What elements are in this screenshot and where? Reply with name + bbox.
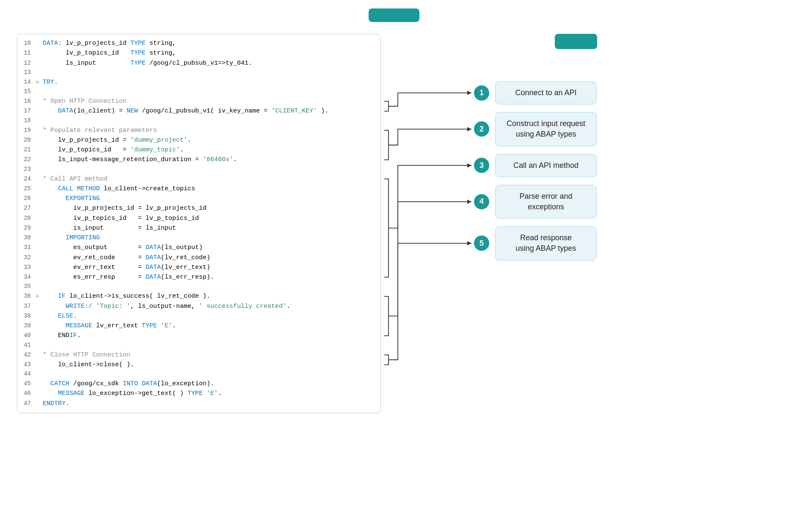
flow-item-2: 2Construct input request using ABAP type… <box>474 112 771 146</box>
code-line: 44 <box>17 370 380 379</box>
line-number: 39 <box>21 321 36 331</box>
code-text: lo_client->close( ). <box>43 360 377 370</box>
line-number: 32 <box>21 253 36 263</box>
right-panel: 1Connect to an API2Construct input reque… <box>381 34 771 462</box>
code-line: 22 ls_input-message_retention_duration =… <box>17 155 380 165</box>
code-line: 42* Close HTTP Connection <box>17 350 380 360</box>
line-number: 45 <box>21 379 36 389</box>
connector-path-5 <box>384 243 471 365</box>
flow-box-2: Construct input request using ABAP types <box>495 112 597 146</box>
sample-code-button <box>369 8 419 22</box>
line-number: 30 <box>21 233 36 243</box>
code-text: MESSAGE lv_err_text TYPE 'E'. <box>43 321 377 331</box>
flow-items: 1Connect to an API2Construct input reque… <box>474 81 771 261</box>
line-number: 34 <box>21 273 36 282</box>
code-text: WRITE:/ 'Topic: ', ls_output-name, ' suc… <box>43 302 377 311</box>
line-number: 27 <box>21 204 36 213</box>
line-icon: ⊖ <box>36 293 43 301</box>
code-text: CATCH /goog/cx_sdk INTO DATA(lo_exceptio… <box>43 379 377 389</box>
code-line: 38 ELSE. <box>17 311 380 321</box>
line-number: 17 <box>21 107 36 116</box>
flow-badge-1: 1 <box>474 85 489 101</box>
line-number: 46 <box>21 389 36 398</box>
code-text: ENDTRY. <box>43 399 377 409</box>
line-number: 28 <box>21 214 36 223</box>
code-line: 27 iv_p_projects_id = lv_p_projects_id <box>17 203 380 213</box>
connector-arrow-4 <box>467 200 471 204</box>
line-number: 33 <box>21 263 36 272</box>
flow-badge-4: 4 <box>474 194 489 209</box>
line-number: 25 <box>21 184 36 194</box>
line-number: 19 <box>21 126 36 135</box>
code-text: ls_input TYPE /goog/cl_pubsub_v1=>ty_041… <box>43 58 377 68</box>
line-number: 14 <box>21 78 36 87</box>
code-text: EXPORTING <box>43 194 377 203</box>
flow-box-3: Call an API method <box>495 154 597 177</box>
code-line: 47ENDTRY. <box>17 399 380 409</box>
code-panel: 10DATA: lv_p_projects_id TYPE string,11 … <box>17 34 381 413</box>
code-line: 26 EXPORTING <box>17 194 380 203</box>
code-text: TRY. <box>43 77 377 87</box>
flow-item-4: 4Parse error and exceptions <box>474 185 771 219</box>
line-number: 16 <box>21 97 36 106</box>
code-line: 30 IMPORTING <box>17 233 380 243</box>
code-line: 37 WRITE:/ 'Topic: ', ls_output-name, ' … <box>17 302 380 311</box>
line-number: 26 <box>21 194 36 203</box>
line-number: 42 <box>21 351 36 360</box>
line-number: 41 <box>21 341 36 350</box>
code-text: ev_err_text = DATA(lv_err_text) <box>43 263 377 272</box>
code-line: 43 lo_client->close( ). <box>17 360 380 370</box>
code-text: ELSE. <box>43 311 377 321</box>
code-line: 31 es_output = DATA(ls_output) <box>17 243 380 252</box>
code-line: 10DATA: lv_p_projects_id TYPE string, <box>17 38 380 48</box>
line-number: 20 <box>21 136 36 145</box>
line-icon: ⊖ <box>36 79 43 87</box>
code-line: 15 <box>17 87 380 96</box>
line-number: 47 <box>21 399 36 409</box>
line-number: 43 <box>21 360 36 370</box>
connector-arrow-3 <box>467 163 471 167</box>
connector-arrow-5 <box>467 241 471 245</box>
code-line: 28 iv_p_topics_id = lv_p_topics_id <box>17 214 380 223</box>
code-line: 21 lv_p_topics_id = 'dummy_topic'. <box>17 145 380 155</box>
flow-item-5: 5Read response using ABAP types <box>474 226 771 260</box>
code-line: 16* Open HTTP Connection <box>17 96 380 106</box>
connector-arrow-2 <box>467 127 471 131</box>
code-text: lv_p_projects_id = 'dummy_project'. <box>43 135 377 145</box>
code-text: ENDIF. <box>43 331 377 340</box>
code-text: DATA: lv_p_projects_id TYPE string, <box>43 38 377 48</box>
code-line: 33 ev_err_text = DATA(lv_err_text) <box>17 263 380 272</box>
content-row: 10DATA: lv_p_projects_id TYPE string,11 … <box>17 34 771 462</box>
flow-box-1: Connect to an API <box>495 81 597 104</box>
line-number: 36 <box>21 292 36 301</box>
flow-box-5: Read response using ABAP types <box>495 226 597 260</box>
code-line: 25 CALL METHOD lo_client->create_topics <box>17 184 380 194</box>
line-number: 18 <box>21 116 36 126</box>
line-number: 12 <box>21 59 36 68</box>
code-line: 45 CATCH /goog/cx_sdk INTO DATA(lo_excep… <box>17 379 380 389</box>
code-text: es_err_resp = DATA(ls_err_resp). <box>43 272 377 282</box>
line-number: 23 <box>21 165 36 174</box>
code-line: 39 MESSAGE lv_err_text TYPE 'E'. <box>17 321 380 331</box>
line-number: 40 <box>21 331 36 340</box>
code-line: 24* Call API method <box>17 174 380 184</box>
line-number: 44 <box>21 370 36 379</box>
code-text: DATA(lo_client) = NEW /goog/cl_pubsub_v1… <box>43 106 377 116</box>
code-text: iv_p_topics_id = lv_p_topics_id <box>43 214 377 223</box>
connector-arrow-1 <box>467 91 471 95</box>
code-line: 36⊖ IF lo_client->is_success( lv_ret_cod… <box>17 291 380 301</box>
line-number: 21 <box>21 145 36 155</box>
flow-box-4: Parse error and exceptions <box>495 185 597 219</box>
code-text: * Open HTTP Connection <box>43 96 377 106</box>
line-number: 22 <box>21 155 36 165</box>
line-number: 38 <box>21 312 36 321</box>
flow-badge-5: 5 <box>474 236 489 251</box>
code-line: 46 MESSAGE lo_exception->get_text( ) TYP… <box>17 389 380 398</box>
line-number: 29 <box>21 224 36 233</box>
code-line: 23 <box>17 165 380 174</box>
code-line: 18 <box>17 116 380 126</box>
code-line: 19* Populate relevant parameters <box>17 126 380 135</box>
code-line: 17 DATA(lo_client) = NEW /goog/cl_pubsub… <box>17 106 380 116</box>
code-line: 34 es_err_resp = DATA(ls_err_resp). <box>17 272 380 282</box>
code-line: 12 ls_input TYPE /goog/cl_pubsub_v1=>ty_… <box>17 58 380 68</box>
